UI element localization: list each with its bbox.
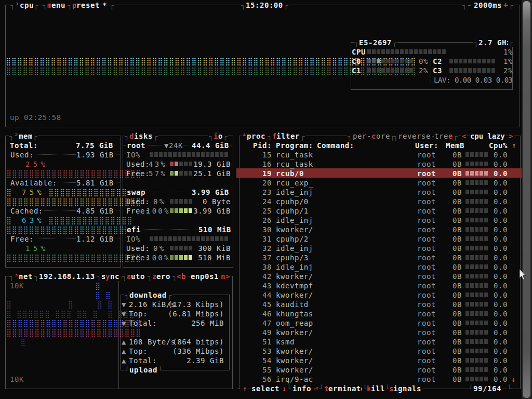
disk-usage-meter xyxy=(170,246,193,250)
process-program[interactable]: kworker/ xyxy=(276,272,313,281)
net-graph-row: ⣿ xyxy=(6,337,119,347)
process-program[interactable]: cpuhp/0 xyxy=(276,197,309,206)
process-program[interactable]: kworker/ xyxy=(276,328,313,337)
process-program[interactable]: irq/9-ac xyxy=(276,375,313,384)
process-program[interactable]: idle_inj xyxy=(276,262,313,272)
disk-usage-label: Used: xyxy=(126,197,150,206)
column-header-cpu[interactable]: Cpu% xyxy=(489,141,508,150)
preset-button[interactable]: reset xyxy=(76,1,100,10)
process-program[interactable]: rcu_task xyxy=(276,150,313,159)
mem-graph-row: ⣿⣿⣿⣿⣿⣿⣿⣿⣿⣿⣿⣿⣿⣿⣿⣿⣿⣿⣿⣿⣿⣿⣿⣿ xyxy=(6,169,141,178)
sort-next-button[interactable]: > xyxy=(508,131,514,141)
process-cpu-meter xyxy=(466,199,489,204)
process-mem: 0B xyxy=(453,225,462,234)
process-cpu-meter xyxy=(466,311,489,316)
process-cpu-meter xyxy=(466,227,489,232)
column-header-memb[interactable]: MemB xyxy=(446,141,464,150)
process-cpu-meter xyxy=(466,208,489,213)
process-program[interactable]: ksmd xyxy=(276,337,295,347)
corner-mark: ┌ xyxy=(508,38,514,47)
interface-next-button[interactable]: n> xyxy=(220,272,231,281)
process-program[interactable]: cpuhp/1 xyxy=(276,206,309,216)
process-program[interactable]: khungtas xyxy=(276,309,313,318)
process-program[interactable]: idle_inj xyxy=(276,188,313,197)
column-header-command[interactable]: Command: xyxy=(317,141,354,150)
load-average: LAV: 0.00 0.03 0.03 xyxy=(434,75,513,85)
process-cpu-meter xyxy=(466,321,489,325)
percore-toggle[interactable]: per- xyxy=(352,131,372,141)
process-mem: 0B xyxy=(453,206,462,216)
corner-mark: ┌ xyxy=(300,131,305,141)
interface-name: enp0s1 xyxy=(190,272,219,281)
process-cpu: 0.0 xyxy=(494,206,508,216)
process-program[interactable]: idle_inj xyxy=(276,216,313,225)
process-cpu-meter xyxy=(466,190,489,194)
core-pct: 2% xyxy=(503,66,513,75)
download-arrow-icon: ▼ xyxy=(122,318,126,328)
process-program[interactable]: cpuhp/3 xyxy=(276,253,309,262)
tree-toggle[interactable]: tre xyxy=(434,131,449,141)
process-mem: 0B xyxy=(453,356,462,365)
auto-toggle[interactable]: uto xyxy=(130,272,145,281)
corner-mark: └ xyxy=(157,365,163,375)
process-cpu-meter xyxy=(466,246,489,250)
terminate-button[interactable]: erminate xyxy=(328,384,366,393)
select-up-icon[interactable]: ↑ xyxy=(242,384,248,393)
process-program[interactable]: kworker/ xyxy=(276,365,313,375)
process-program[interactable]: kworker/ xyxy=(276,347,313,356)
process-program[interactable]: idle_inj xyxy=(276,244,313,253)
process-pid: 38 xyxy=(262,262,272,272)
process-program[interactable]: kauditd xyxy=(276,300,309,309)
process-program[interactable]: oom_reap xyxy=(276,318,313,328)
process-program[interactable]: cpuhp/2 xyxy=(276,234,309,244)
process-user: root xyxy=(417,150,436,159)
mem-box-title[interactable]: mem xyxy=(18,131,33,141)
process-program[interactable]: kworker/ xyxy=(276,356,313,365)
process-pid: 44 xyxy=(262,290,272,300)
process-user: root xyxy=(417,159,436,169)
rate-decrease-button[interactable]: - xyxy=(467,1,472,10)
download-stat-text: Total: xyxy=(129,318,157,328)
filter-button[interactable]: ilter xyxy=(276,131,300,141)
info-button[interactable]: info xyxy=(292,384,312,393)
cpu-total-pct: 1% xyxy=(503,47,513,57)
column-header-user[interactable]: User: xyxy=(415,141,438,150)
process-cpu: 0.0 xyxy=(494,253,508,262)
interface-prev-button[interactable]: <b xyxy=(176,272,187,281)
process-program[interactable]: kworker/ xyxy=(276,290,313,300)
process-cpu-meter xyxy=(466,255,489,260)
column-header-pid[interactable]: Pid: xyxy=(253,141,272,150)
process-program[interactable]: rcu_exp_ xyxy=(276,178,313,188)
sort-prev-button[interactable]: < xyxy=(461,131,467,141)
process-user: root xyxy=(417,375,436,384)
process-cpu: 0.0 xyxy=(494,300,508,309)
kill-button[interactable]: ill xyxy=(370,384,385,393)
process-cpu: 0.0 xyxy=(494,188,508,197)
menu-button[interactable]: enu xyxy=(51,1,66,10)
process-program[interactable]: rcu_task xyxy=(276,159,313,169)
disk-usage-meter xyxy=(170,255,193,260)
sync-toggle-rest[interactable]: nc xyxy=(110,272,120,281)
mem-stat-value: 4.85 GiB xyxy=(76,206,114,216)
reverse-toggle[interactable]: everse xyxy=(402,131,431,141)
process-user: root xyxy=(417,309,436,318)
window-scrollbar-thumb[interactable] xyxy=(523,1,530,398)
process-mem: 0B xyxy=(453,281,462,290)
process-cpu-meter xyxy=(466,367,489,372)
select-label[interactable]: select xyxy=(251,384,280,393)
process-program[interactable]: kworker/ xyxy=(276,225,313,234)
column-header-program[interactable]: Program: xyxy=(276,141,313,150)
signals-button[interactable]: ignals xyxy=(393,384,422,393)
corner-mark: ┌ xyxy=(167,290,172,300)
process-pid: 24 xyxy=(262,197,272,206)
process-pid: 23 xyxy=(262,188,272,197)
process-program[interactable]: kdevtmpf xyxy=(276,281,313,290)
cpu-total-label: CPU xyxy=(352,47,366,57)
process-program[interactable]: rcub/0 xyxy=(276,169,304,178)
mem-stat-pct: 25% xyxy=(25,159,48,169)
download-arrow-icon: ▼ xyxy=(122,300,126,309)
percore-toggle-rest[interactable]: ore xyxy=(376,131,391,141)
disk-usage-meter xyxy=(170,208,193,213)
zero-toggle[interactable]: ero xyxy=(156,272,171,281)
sort-direction-icon: ↑ xyxy=(512,141,516,150)
